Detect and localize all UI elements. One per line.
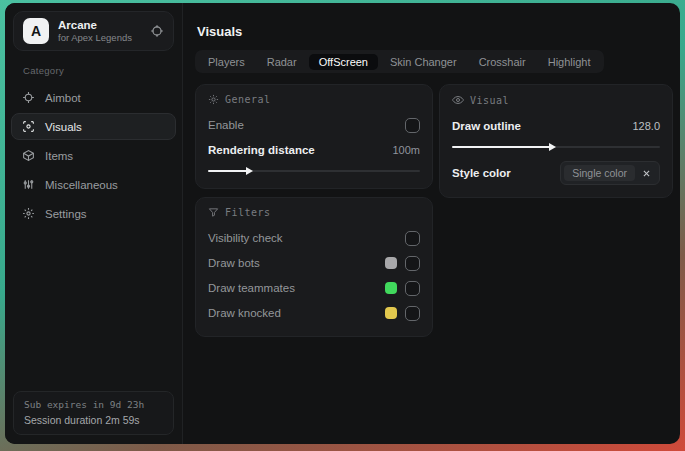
filters-panel-title: Filters (225, 207, 271, 218)
gear-small-icon (208, 94, 219, 105)
color-swatch[interactable] (385, 257, 397, 269)
sidebar-item-label: Items (45, 150, 73, 162)
app-logo: A (23, 18, 49, 44)
visual-panel: Visual Draw outline 128.0 Style color Si… (439, 84, 673, 198)
sidebar-nav: AimbotVisualsItemsMiscellaneousSettings (5, 84, 182, 227)
sidebar-item-label: Settings (45, 208, 87, 220)
main-area: Visuals PlayersRadarOffScreenSkin Change… (183, 3, 680, 444)
brand-card: A Arcane for Apex Legends (13, 11, 174, 51)
filter-row: Draw teammates (208, 277, 420, 299)
rendering-distance-label: Rendering distance (208, 144, 315, 156)
visual-panel-title: Visual (470, 95, 509, 106)
tab-players[interactable]: Players (198, 54, 255, 70)
rendering-distance-slider[interactable] (208, 166, 420, 176)
draw-outline-value: 128.0 (632, 120, 660, 132)
page-title: Visuals (197, 24, 242, 39)
category-label: Category (23, 65, 182, 76)
funnel-icon (208, 207, 219, 218)
draw-outline-label: Draw outline (452, 120, 521, 132)
general-panel: General Enable Rendering distance 100m (195, 84, 433, 189)
sidebar-item-visuals[interactable]: Visuals (11, 113, 176, 140)
sliders-icon (22, 178, 35, 191)
visibility-check-checkbox[interactable] (405, 231, 420, 246)
app-subtitle: for Apex Legends (58, 32, 141, 44)
slider-thumb[interactable] (246, 167, 253, 175)
sidebar-item-label: Miscellaneous (45, 179, 118, 191)
style-color-select[interactable]: Single color (560, 161, 660, 185)
crosshair-icon (22, 91, 35, 104)
slider-thumb[interactable] (549, 143, 556, 151)
target-icon[interactable] (150, 24, 164, 38)
draw-knocked-checkbox[interactable] (405, 306, 420, 321)
tab-radar[interactable]: Radar (257, 54, 307, 70)
style-color-label: Style color (452, 167, 511, 179)
style-color-tag: Single color (564, 165, 635, 181)
session-duration-text: Session duration 2m 59s (24, 414, 163, 426)
color-swatch[interactable] (385, 282, 397, 294)
sub-expires-text: Sub expires in 9d 23h (24, 399, 163, 410)
tab-offscreen[interactable]: OffScreen (309, 54, 378, 70)
sidebar-item-miscellaneous[interactable]: Miscellaneous (11, 171, 176, 198)
filter-row: Draw bots (208, 252, 420, 274)
draw-outline-slider[interactable] (452, 142, 660, 152)
box-icon (22, 149, 35, 162)
filter-label: Draw bots (208, 257, 260, 269)
sidebar: A Arcane for Apex Legends Category Aimbo… (5, 3, 183, 444)
filter-label: Draw knocked (208, 307, 281, 319)
enable-checkbox[interactable] (405, 118, 420, 133)
sidebar-item-label: Aimbot (45, 92, 81, 104)
filter-label: Draw teammates (208, 282, 295, 294)
scan-icon (22, 120, 35, 133)
filters-panel: Filters Visibility checkDraw botsDraw te… (195, 197, 433, 337)
app-name: Arcane (58, 18, 141, 32)
clear-icon[interactable] (642, 169, 651, 178)
tab-crosshair[interactable]: Crosshair (469, 54, 536, 70)
tab-highlight[interactable]: Highlight (538, 54, 601, 70)
subscription-info: Sub expires in 9d 23h Session duration 2… (13, 391, 174, 435)
filter-row: Draw knocked (208, 302, 420, 324)
sidebar-item-label: Visuals (45, 121, 82, 133)
app-window: A Arcane for Apex Legends Category Aimbo… (5, 3, 680, 444)
gear-icon (22, 207, 35, 220)
eye-icon (452, 94, 464, 106)
color-swatch[interactable] (385, 307, 397, 319)
filter-row: Visibility check (208, 227, 420, 249)
sidebar-item-aimbot[interactable]: Aimbot (11, 84, 176, 111)
filter-label: Visibility check (208, 232, 283, 244)
tab-skin-changer[interactable]: Skin Changer (380, 54, 467, 70)
draw-teammates-checkbox[interactable] (405, 281, 420, 296)
general-panel-title: General (225, 94, 271, 105)
sidebar-item-settings[interactable]: Settings (11, 200, 176, 227)
enable-label: Enable (208, 119, 244, 131)
tabstrip: PlayersRadarOffScreenSkin ChangerCrossha… (195, 50, 604, 73)
rendering-distance-value: 100m (392, 144, 420, 156)
draw-bots-checkbox[interactable] (405, 256, 420, 271)
sidebar-item-items[interactable]: Items (11, 142, 176, 169)
